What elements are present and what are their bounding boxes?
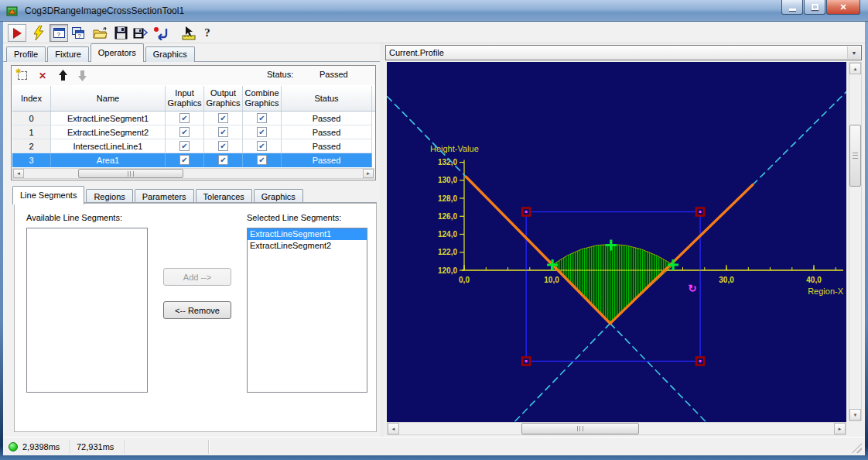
- scroll-left-arrow[interactable]: ◄: [388, 423, 399, 434]
- record-selector[interactable]: Current.Profile ▼: [385, 45, 862, 60]
- status-value: Passed: [320, 70, 348, 79]
- live-run-button[interactable]: [29, 24, 48, 42]
- open-folder-icon: [93, 27, 108, 39]
- move-down-button[interactable]: [75, 69, 89, 82]
- table-cell: 2: [12, 139, 51, 153]
- graphics-checkbox[interactable]: ✔: [179, 155, 190, 165]
- operator-row-ExtractLineSegment2[interactable]: 1ExtractLineSegment2✔✔✔Passed: [12, 125, 375, 139]
- delete-operator-button[interactable]: ✕: [36, 69, 50, 82]
- floppy-icon: [114, 26, 128, 39]
- graphics-checkbox[interactable]: ✔: [179, 141, 190, 151]
- tab-profile[interactable]: Profile: [6, 46, 46, 62]
- graphics-checkbox[interactable]: ✔: [218, 127, 228, 137]
- title-bar[interactable]: Cog3DRangeImageCrossSectionTool1 ✕: [0, 0, 868, 22]
- close-button[interactable]: ✕: [826, 0, 860, 15]
- caption-buttons: ✕: [781, 0, 860, 15]
- scroll-down-arrow[interactable]: ▼: [849, 409, 861, 421]
- reset-button[interactable]: [152, 24, 170, 42]
- x-tick-label: 10,0: [544, 276, 559, 284]
- table-cell: IntersectLineLine1: [51, 139, 166, 153]
- column-header[interactable]: Output Graphics: [204, 86, 243, 111]
- total-time: 72,931ms: [77, 442, 114, 451]
- scroll-thumb[interactable]: [521, 423, 639, 434]
- scroll-right-arrow[interactable]: ►: [834, 423, 846, 434]
- y-tick-label: 122,0: [438, 248, 457, 256]
- tool-edit-window: { "window": { "title": "Cog3DRangeImageC…: [0, 0, 868, 460]
- tab-operators[interactable]: Operators: [91, 43, 144, 62]
- run-button[interactable]: [8, 24, 26, 42]
- open-file-button[interactable]: [91, 24, 110, 42]
- subtab-line-segments[interactable]: Line Segments: [12, 186, 84, 204]
- add-button[interactable]: Add -->: [163, 268, 231, 286]
- add-operator-button[interactable]: ✱: [15, 69, 29, 82]
- table-hscrollbar[interactable]: ◄ ►: [12, 168, 374, 179]
- graphics-checkbox[interactable]: ✔: [179, 127, 190, 137]
- chevron-down-icon: ▼: [847, 46, 860, 59]
- help-button[interactable]: ?: [198, 24, 217, 42]
- checkbox-cell: ✔: [204, 112, 243, 125]
- close-icon: ✕: [839, 2, 846, 12]
- up-arrow-icon: [58, 70, 68, 81]
- list-item-ExtractLineSegment1[interactable]: ExtractLineSegment1: [248, 228, 367, 240]
- table-cell: Passed: [282, 139, 372, 153]
- tool-edit-pane: ProfileFixtureOperatorsGraphics ✱ ✕ Stat…: [3, 43, 380, 437]
- column-header[interactable]: Index: [12, 86, 51, 111]
- checkbox-cell: ✔: [204, 153, 243, 167]
- operators-panel: ✱ ✕ Status: Passed IndexNameInput Graphi…: [11, 65, 376, 180]
- maximize-button[interactable]: [804, 0, 825, 15]
- column-header[interactable]: Combine Graphics: [243, 86, 282, 111]
- column-header[interactable]: Status: [282, 86, 372, 111]
- operator-row-IntersectLineLine1[interactable]: 2IntersectLineLine1✔✔✔Passed: [12, 139, 375, 153]
- checkbox-cell: ✔: [243, 139, 282, 153]
- graphics-checkbox[interactable]: ✔: [257, 127, 267, 137]
- scroll-left-arrow[interactable]: ◄: [13, 169, 24, 178]
- execution-time: 2,9398ms: [22, 442, 60, 451]
- scroll-up-arrow[interactable]: ▲: [849, 63, 861, 74]
- save-file-button[interactable]: [111, 24, 130, 42]
- profile-display[interactable]: 0,010,020,030,040,0120,0122,0124,0126,01…: [387, 62, 846, 422]
- floppy-arrow-icon: [133, 26, 149, 39]
- status-label: Status:: [267, 70, 293, 79]
- table-header: IndexNameInput GraphicsOutput GraphicsCo…: [12, 86, 375, 112]
- graphics-checkbox[interactable]: ✔: [257, 141, 267, 151]
- copy-record-button[interactable]: ?: [69, 24, 87, 42]
- display-hscrollbar[interactable]: ◄ ►: [387, 422, 846, 435]
- scroll-right-arrow[interactable]: ►: [363, 169, 374, 178]
- y-tick-label: 132,0: [438, 158, 457, 166]
- graphics-checkbox[interactable]: ✔: [179, 113, 190, 123]
- profile-chart[interactable]: 0,010,020,030,040,0120,0122,0124,0126,01…: [387, 62, 846, 422]
- delete-icon: ✕: [39, 70, 46, 81]
- list-item-ExtractLineSegment2[interactable]: ExtractLineSegment2: [248, 240, 367, 252]
- selected-listbox[interactable]: ExtractLineSegment1ExtractLineSegment2: [247, 228, 367, 393]
- scroll-thumb[interactable]: [78, 169, 183, 178]
- tab-fixture[interactable]: Fixture: [47, 46, 89, 62]
- maximize-icon: [812, 4, 818, 10]
- graphics-checkbox[interactable]: ✔: [218, 113, 228, 123]
- column-header[interactable]: Name: [51, 86, 166, 111]
- save-as-button[interactable]: [132, 24, 150, 42]
- move-up-button[interactable]: [56, 69, 70, 82]
- show-record-button[interactable]: ?: [50, 24, 68, 42]
- checkbox-cell: ✔: [166, 139, 204, 153]
- operator-row-Area1[interactable]: 3Area1✔✔✔Passed: [12, 153, 375, 167]
- x-axis-label: Region-X: [808, 287, 844, 296]
- scroll-thumb[interactable]: [849, 125, 861, 187]
- rotation-handle[interactable]: ↻: [688, 283, 696, 294]
- x-tick-label: 40,0: [806, 276, 822, 284]
- graphics-checkbox[interactable]: ✔: [257, 155, 267, 165]
- window-icon: ?: [53, 28, 65, 38]
- tab-graphics[interactable]: Graphics: [145, 46, 195, 62]
- available-listbox[interactable]: [26, 228, 148, 393]
- minimize-button[interactable]: [781, 0, 803, 15]
- column-header[interactable]: Input Graphics: [166, 86, 204, 111]
- graphics-checkbox[interactable]: ✔: [218, 141, 228, 151]
- display-vscrollbar[interactable]: ▲ ▼: [849, 62, 862, 421]
- pointer-tool-button[interactable]: [179, 24, 198, 42]
- graphics-checkbox[interactable]: ✔: [218, 155, 228, 165]
- operator-row-ExtractLineSegment1[interactable]: 0ExtractLineSegment1✔✔✔Passed: [12, 112, 375, 125]
- remove-button[interactable]: <-- Remove: [163, 301, 231, 319]
- graphics-checkbox[interactable]: ✔: [257, 113, 267, 123]
- x-tick-label: 0,0: [459, 276, 470, 284]
- line2-extension-lower: [513, 324, 610, 422]
- resize-grip[interactable]: [852, 443, 862, 453]
